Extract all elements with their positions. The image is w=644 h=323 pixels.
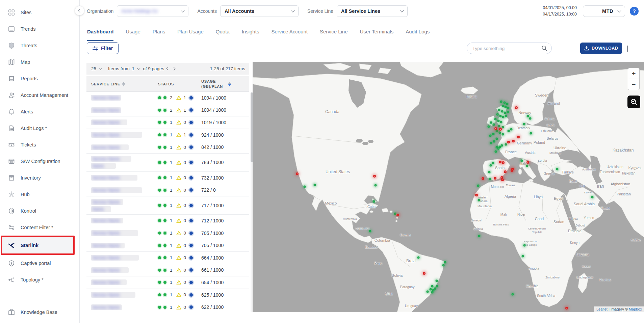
map-marker-online[interactable] [529,117,532,120]
tab-plans[interactable]: Plans [153,22,165,41]
map-marker-online[interactable] [521,160,523,162]
column-service-line[interactable]: SERVICE LINE [91,82,120,86]
table-row[interactable]: Service Name10712 / 1000 [86,215,249,227]
map-marker-online[interactable] [477,185,480,187]
service-line-name-redacted[interactable]: Service Name [91,144,129,150]
map-marker-alert[interactable] [512,140,515,142]
sort-service-line[interactable] [122,82,125,86]
map-marker-alert[interactable] [499,128,502,131]
table-row[interactable]: Service NameName10717 / 1000 [86,196,249,215]
map-marker-online[interactable] [505,143,507,146]
map-marker-alert[interactable] [511,168,514,170]
map-marker-online[interactable] [526,165,529,167]
map-marker-alert[interactable] [475,194,478,196]
next-page-icon[interactable] [172,67,176,71]
map-marker-online[interactable] [497,120,500,122]
map-marker-online[interactable] [502,126,504,129]
map-marker-online[interactable] [499,132,501,134]
table-row[interactable]: Service Name10732 / 1000 [86,172,249,184]
map-marker-online[interactable] [431,285,434,288]
download-button[interactable]: DOWNLOAD [580,43,622,54]
sort-usage[interactable] [228,82,231,86]
map-marker-online[interactable] [556,168,559,170]
service-line-name-redacted[interactable]: Service Name [91,187,142,193]
service-line-name-redacted[interactable]: Service Name [91,132,142,138]
table-row[interactable]: Service Name10842 / 1000 [86,141,249,154]
tab-quota[interactable]: Quota [216,22,230,41]
time-range-select[interactable]: MTD [583,5,625,17]
service-line-name-redacted[interactable]: Service Name [91,175,137,181]
sidebar-item-trends[interactable]: Trends [0,21,79,37]
table-row[interactable]: Service Name211094 / 1000 [86,92,249,104]
sidebar-item-hub[interactable]: Hub [0,186,79,203]
map-marker-online[interactable] [502,116,505,118]
table-row[interactable]: Service Name10622 / 1000 [86,301,249,312]
sidebar-item-starlink[interactable]: Starlink [1,236,75,255]
map-marker-online[interactable] [436,285,438,288]
sidebar-item-sites[interactable]: Sites [0,4,79,21]
table-row[interactable]: Service Name10722 / 0 [86,184,249,197]
search-input[interactable] [472,46,541,51]
map-zoom-out-button[interactable]: − [628,79,639,90]
map-marker-online[interactable] [492,133,495,135]
page-number-chevron-icon[interactable] [137,67,140,70]
map-marker-online[interactable] [499,115,502,117]
page-size-chevron-icon[interactable] [99,67,102,70]
tab-usage[interactable]: Usage [126,22,140,41]
map-marker-online[interactable] [478,235,481,237]
map-marker-online[interactable] [489,135,492,137]
map-marker-online[interactable] [496,130,498,132]
sidebar-item-kontrol[interactable]: Kontrol [0,203,79,219]
map-marker-online[interactable] [492,162,494,164]
map-marker-online[interactable] [507,107,510,109]
tab-service-account[interactable]: Service Account [271,22,308,41]
sidebar-item-map[interactable]: Map [0,54,79,70]
table-row[interactable]: Service Name11924 / 1000 [86,129,249,141]
map-marker-online[interactable] [417,257,420,259]
map-marker-online[interactable] [434,288,436,290]
map-marker-online[interactable] [493,124,495,126]
sidebar-item-account-management[interactable]: Account Management [0,87,79,103]
map-marker-online[interactable] [501,144,503,147]
tab-insights[interactable]: Insights [242,22,259,41]
tab-plan-usage[interactable]: Plan Usage [177,22,204,41]
search-icon[interactable] [541,45,547,51]
map-marker-online[interactable] [522,255,524,258]
service-line-name-redacted[interactable]: Service Name [91,292,135,298]
page-number-value[interactable]: 1 [132,66,135,71]
map-inspect-button[interactable] [627,96,640,108]
map-marker-alert[interactable] [482,177,484,180]
previous-page-icon[interactable] [166,67,170,71]
map-marker-online[interactable] [394,213,396,215]
sidebar-item-audit-logs[interactable]: Audit Logs * [0,120,79,136]
map-marker-online[interactable] [442,264,445,267]
map-marker-online[interactable] [498,125,500,127]
help-button[interactable]: ? [630,7,639,16]
map-marker-online[interactable] [489,178,491,180]
map-marker-online[interactable] [506,103,509,105]
map-marker-online[interactable] [373,200,375,203]
map-marker-online[interactable] [431,291,434,294]
map-marker-online[interactable] [490,164,492,167]
table-row[interactable]: Service Name10664 / 1000 [86,252,249,264]
service-line-name-redacted[interactable]: Service Name [91,199,123,205]
map-marker-online[interactable] [490,142,492,144]
map-marker-alert[interactable] [507,141,510,143]
service-line-name-redacted[interactable]: Service Name [91,255,139,261]
map-marker-alert[interactable] [494,177,496,180]
map-marker-online[interactable] [501,110,504,113]
map-marker-online[interactable] [510,128,513,131]
sidebar-item-reports[interactable]: Reports [0,70,79,87]
map-marker-online[interactable] [523,244,526,247]
map-marker-alert[interactable] [502,161,505,164]
column-usage[interactable]: USAGE(GB)/PLAN [201,79,226,89]
map-marker-online[interactable] [490,122,492,124]
map-marker-online[interactable] [512,293,514,296]
table-row[interactable]: Service Name211094 / 1000 [86,104,249,117]
map-marker-alert[interactable] [423,272,426,275]
service-line-name-redacted[interactable]: Service Name [91,304,122,310]
map-marker-alert[interactable] [517,136,520,138]
map-marker-online[interactable] [369,230,371,233]
service-line-select[interactable]: All Service Lines [337,5,408,17]
map-marker-online[interactable] [523,123,525,126]
